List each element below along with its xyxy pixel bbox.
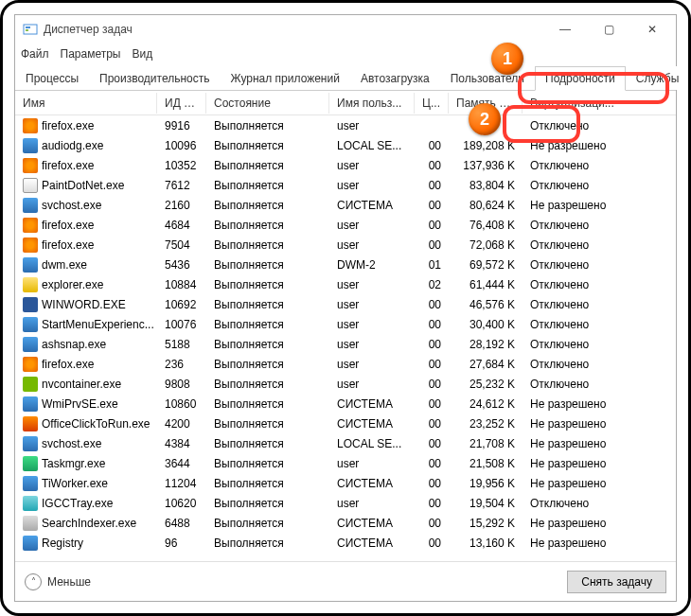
window-title: Диспетчер задач [44, 23, 543, 36]
table-row[interactable]: PaintDotNet.exe7612Выполняетсяuser0083,8… [15, 175, 676, 195]
process-name: ashsnap.exe [42, 338, 106, 351]
process-icon [23, 496, 38, 511]
process-name: StartMenuExperienc... [42, 318, 154, 331]
process-pid: 3644 [157, 457, 206, 470]
table-row[interactable]: StartMenuExperienc...10076Выполняетсяuse… [15, 314, 676, 334]
process-icon [23, 198, 38, 213]
header-name[interactable]: Имя [15, 93, 157, 114]
header-virtualization[interactable]: Виртуализаци... [523, 93, 627, 114]
table-row[interactable]: firefox.exe4684Выполняетсяuser0076,408 K… [15, 215, 676, 235]
fewer-details-button[interactable]: ˄ Меньше [25, 573, 91, 590]
process-icon [23, 277, 38, 292]
end-task-button[interactable]: Снять задачу [567, 571, 666, 593]
process-user: user [329, 497, 415, 510]
process-virtualization: Не разрешено [523, 417, 627, 431]
process-user: LOCAL SE... [329, 437, 415, 450]
tab-app-history[interactable]: Журнал приложений [221, 66, 350, 90]
menu-view[interactable]: Вид [132, 47, 152, 61]
process-virtualization: Отключено [523, 119, 627, 132]
table-row[interactable]: Taskmgr.exe3644Выполняетсяuser0021,508 K… [15, 453, 676, 473]
process-name: svchost.exe [42, 437, 101, 450]
process-pid: 5436 [157, 258, 206, 272]
tab-users[interactable]: Пользователи [440, 66, 535, 90]
header-pid[interactable]: ИД п... [157, 93, 206, 114]
process-user: user [329, 219, 415, 232]
process-virtualization: Отключено [523, 278, 627, 291]
process-pid: 7612 [157, 179, 206, 192]
process-memory: 46,576 K [449, 298, 523, 311]
process-status: Выполняется [206, 119, 329, 132]
minimize-button[interactable]: — [543, 15, 587, 44]
process-icon [23, 436, 38, 451]
table-row[interactable]: firefox.exe9916ВыполняетсяuserОтключено [15, 115, 676, 135]
process-memory: 19,956 K [449, 477, 523, 490]
process-name: svchost.exe [42, 199, 101, 212]
table-row[interactable]: TiWorker.exe11204ВыполняетсяСИСТЕМА0019,… [15, 473, 676, 493]
table-row[interactable]: svchost.exe2160ВыполняетсяСИСТЕМА0080,62… [15, 195, 676, 215]
process-user: user [329, 318, 415, 331]
svg-rect-2 [26, 29, 28, 31]
process-user: СИСТЕМА [329, 517, 415, 530]
table-row[interactable]: explorer.exe10884Выполняетсяuser0261,444… [15, 274, 676, 294]
chevron-up-icon: ˄ [25, 573, 42, 590]
process-status: Выполняется [206, 159, 329, 172]
table-row[interactable]: svchost.exe4384ВыполняетсяLOCAL SE...002… [15, 433, 676, 453]
process-status: Выполняется [206, 318, 329, 331]
process-virtualization: Отключено [523, 238, 627, 252]
menu-file[interactable]: Файл [21, 47, 49, 61]
table-row[interactable]: ashsnap.exe5188Выполняетсяuser0028,192 K… [15, 334, 676, 354]
process-name: SearchIndexer.exe [42, 517, 136, 530]
process-memory: 21,508 K [449, 457, 523, 470]
table-row[interactable]: WmiPrvSE.exe10860ВыполняетсяСИСТЕМА0024,… [15, 394, 676, 414]
tab-services[interactable]: Службы [626, 66, 689, 90]
process-pid: 10620 [157, 497, 206, 510]
process-pid: 10076 [157, 318, 206, 331]
table-row[interactable]: Registry96ВыполняетсяСИСТЕМА0013,160 KНе… [15, 533, 676, 553]
process-memory: 15,292 K [449, 517, 523, 530]
table-row[interactable]: dwm.exe5436ВыполняетсяDWM-20169,572 KОтк… [15, 255, 676, 274]
process-name: PaintDotNet.exe [42, 179, 124, 192]
tab-performance[interactable]: Производительность [89, 66, 220, 90]
menu-options[interactable]: Параметры [61, 47, 121, 61]
table-row[interactable]: audiodg.exe10096ВыполняетсяLOCAL SE...00… [15, 135, 676, 155]
process-name: WINWORD.EXE [42, 298, 126, 311]
process-pid: 10884 [157, 278, 206, 291]
table-row[interactable]: IGCCTray.exe10620Выполняетсяuser0019,504… [15, 493, 676, 513]
table-row[interactable]: firefox.exe236Выполняетсяuser0027,684 KО… [15, 354, 676, 374]
tab-details[interactable]: Подробности [535, 66, 626, 91]
table-row[interactable]: firefox.exe7504Выполняетсяuser0072,068 K… [15, 235, 676, 255]
svg-rect-1 [26, 26, 30, 28]
table-row[interactable]: firefox.exe10352Выполняетсяuser00137,936… [15, 155, 676, 175]
process-virtualization: Отключено [523, 219, 627, 232]
tab-startup[interactable]: Автозагрузка [350, 66, 440, 90]
table-row[interactable]: WINWORD.EXE10692Выполняетсяuser0046,576 … [15, 294, 676, 314]
process-virtualization: Отключено [523, 497, 627, 510]
process-icon [23, 158, 38, 173]
process-table[interactable]: firefox.exe9916ВыполняетсяuserОтключеноa… [15, 115, 676, 561]
process-name: Taskmgr.exe [42, 457, 105, 470]
header-user[interactable]: Имя польз... [329, 93, 415, 114]
process-memory: 30,400 K [449, 318, 523, 331]
table-row[interactable]: nvcontainer.exe9808Выполняетсяuser0025,2… [15, 374, 676, 394]
process-cpu: 00 [415, 358, 449, 371]
process-name: firefox.exe [42, 358, 94, 371]
maximize-button[interactable]: ▢ [587, 15, 630, 44]
process-icon [23, 257, 38, 273]
tab-processes[interactable]: Процессы [15, 66, 89, 90]
table-row[interactable]: SearchIndexer.exe6488ВыполняетсяСИСТЕМА0… [15, 513, 676, 533]
process-name: OfficeClickToRun.exe [42, 417, 151, 431]
process-memory: 83,804 K [449, 179, 523, 192]
process-virtualization: Не разрешено [523, 517, 627, 530]
header-status[interactable]: Состояние [206, 93, 329, 114]
process-pid: 4200 [157, 417, 206, 431]
process-icon [23, 516, 38, 531]
process-pid: 10352 [157, 159, 206, 172]
process-cpu: 01 [415, 258, 449, 272]
header-cpu[interactable]: Ц... [415, 93, 449, 114]
table-row[interactable]: OfficeClickToRun.exe4200ВыполняетсяСИСТЕ… [15, 414, 676, 433]
process-status: Выполняется [206, 477, 329, 490]
process-virtualization: Отключено [523, 179, 627, 192]
process-user: user [329, 298, 415, 311]
process-memory: 23,252 K [449, 417, 523, 431]
close-button[interactable]: ✕ [630, 15, 674, 44]
